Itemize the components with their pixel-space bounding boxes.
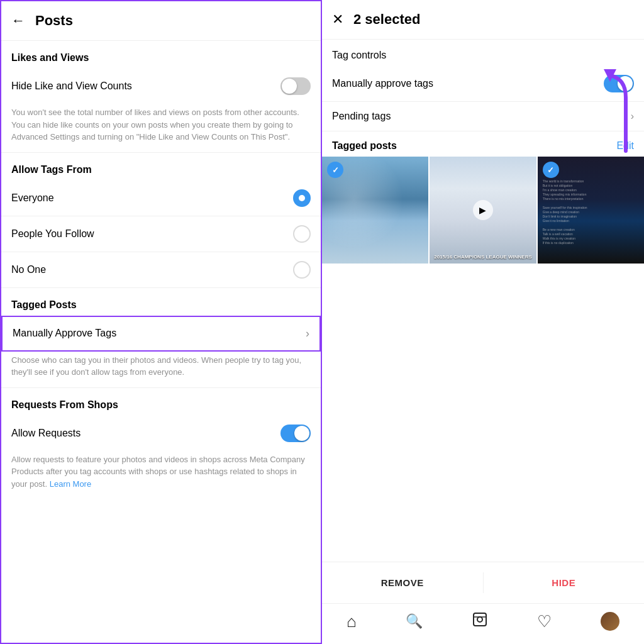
- right-header: ✕ 2 selected: [322, 0, 644, 40]
- everyone-label: Everyone: [11, 192, 54, 204]
- grid-image-1[interactable]: ✓: [322, 157, 428, 264]
- tagged-posts-description: Choose who can tag you in their photos a…: [1, 352, 321, 387]
- likes-section-header: Likes and Views: [1, 41, 321, 69]
- selected-count-title: 2 selected: [353, 11, 420, 28]
- image-caption-2: 2015/16 CHAMPIONS LEAGUE WINNERS: [432, 254, 533, 260]
- tagged-posts-label: Tagged posts: [332, 140, 397, 152]
- grid-image-3[interactable]: ✓ The world is in transformation But it …: [538, 157, 644, 264]
- edit-link[interactable]: Edit: [616, 140, 634, 152]
- bottom-nav: ⌂ 🔍 ♡: [322, 603, 644, 644]
- people-radio[interactable]: [293, 225, 311, 243]
- hide-like-label: Hide Like and View Counts: [11, 80, 132, 92]
- close-button[interactable]: ✕: [332, 11, 343, 28]
- allow-requests-label: Allow Requests: [11, 428, 80, 439]
- svg-rect-1: [474, 613, 486, 626]
- back-button[interactable]: ←: [11, 13, 25, 29]
- grid-image-2[interactable]: ▶ 2015/16 CHAMPIONS LEAGUE WINNERS: [430, 157, 536, 264]
- manually-approve-right-row: Manually approve tags: [322, 66, 644, 101]
- no-one-radio[interactable]: [293, 261, 311, 279]
- profile-avatar[interactable]: [601, 612, 619, 631]
- everyone-row[interactable]: Everyone: [1, 180, 321, 216]
- manually-approve-right-label: Manually approve tags: [332, 78, 433, 89]
- manually-approve-chevron: ›: [306, 327, 309, 340]
- search-nav-icon[interactable]: 🔍: [406, 613, 423, 630]
- hide-like-description: You won't see the total number of likes …: [1, 104, 321, 152]
- pending-tags-chevron: ›: [631, 111, 634, 122]
- allow-tags-header: Allow Tags From: [1, 153, 321, 180]
- manually-approve-right-toggle-knob: [618, 76, 633, 91]
- image-grid: ✓ ▶ 2015/16 CHAMPIONS LEAGUE WINNERS ✓ T…: [322, 157, 644, 264]
- no-one-label: No One: [11, 264, 46, 275]
- hide-button[interactable]: HIDE: [484, 572, 645, 593]
- right-panel: ✕ 2 selected Tag controls Manually appro…: [322, 0, 644, 644]
- toggle-knob: [282, 79, 297, 94]
- tagged-posts-header: Tagged Posts: [1, 288, 321, 316]
- requests-section-header: Requests From Shops: [1, 388, 321, 416]
- check-badge-1: ✓: [327, 162, 343, 178]
- hide-like-toggle[interactable]: [280, 77, 311, 95]
- people-you-follow-label: People You Follow: [11, 228, 94, 240]
- pending-tags-label: Pending tags: [332, 111, 391, 122]
- manually-approve-row[interactable]: Manually Approve Tags ›: [1, 316, 321, 352]
- play-badge: ▶: [473, 200, 493, 220]
- pending-tags-row[interactable]: Pending tags ›: [322, 102, 644, 131]
- manually-approve-label: Manually Approve Tags: [13, 328, 116, 339]
- allow-requests-row: Allow Requests: [1, 416, 321, 451]
- tag-controls-label: Tag controls: [322, 40, 644, 66]
- left-header: ← Posts: [1, 1, 321, 41]
- allow-requests-toggle-knob: [294, 426, 309, 441]
- left-panel: ← Posts Likes and Views Hide Like and Vi…: [0, 0, 322, 644]
- hide-like-count-row: Hide Like and View Counts: [1, 69, 321, 104]
- remove-button[interactable]: REMOVE: [322, 572, 484, 593]
- tagged-posts-section-header: Tagged posts Edit: [322, 131, 644, 157]
- reels-nav-icon[interactable]: [472, 611, 488, 631]
- bottom-actions: REMOVE HIDE: [322, 562, 644, 603]
- requests-description: Allow requests to feature your photos an…: [1, 451, 321, 499]
- svg-point-2: [477, 617, 482, 622]
- no-one-row[interactable]: No One: [1, 252, 321, 287]
- manually-approve-right-toggle[interactable]: [604, 75, 634, 92]
- spacer: [322, 264, 644, 562]
- heart-nav-icon[interactable]: ♡: [537, 612, 552, 631]
- learn-more-link[interactable]: Learn More: [50, 479, 91, 489]
- people-you-follow-row[interactable]: People You Follow: [1, 216, 321, 252]
- home-nav-icon[interactable]: ⌂: [347, 612, 357, 631]
- everyone-radio[interactable]: [293, 189, 311, 207]
- page-title: Posts: [35, 13, 73, 29]
- allow-requests-toggle[interactable]: [280, 425, 311, 442]
